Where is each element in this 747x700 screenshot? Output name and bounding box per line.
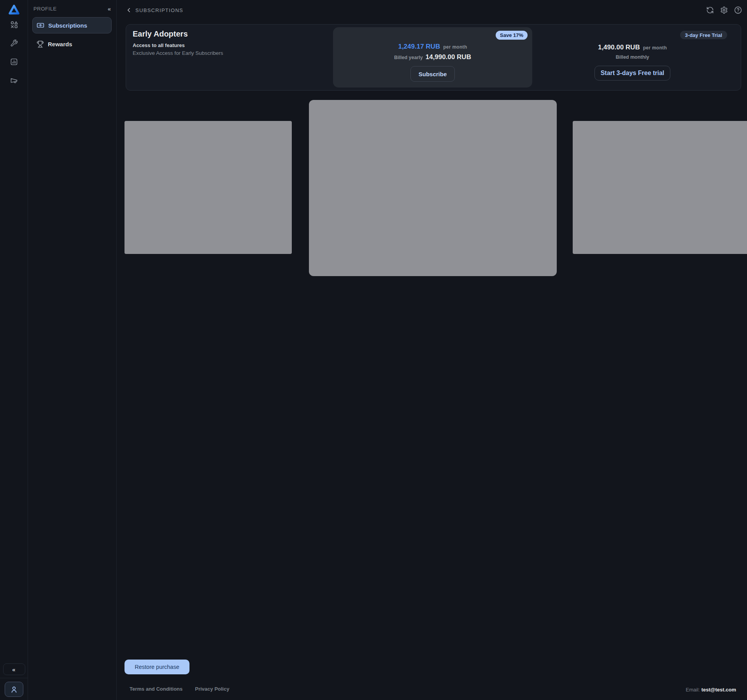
rail-bottom: « xyxy=(0,663,28,700)
yearly-price: 1,249.17 RUB xyxy=(398,43,440,51)
brand-triangle-icon xyxy=(8,4,20,16)
settings-gear-icon xyxy=(720,6,728,14)
help-button[interactable] xyxy=(733,5,743,15)
megaphone-icon[interactable] xyxy=(7,74,21,88)
billed-monthly-label: Billed monthly xyxy=(615,54,649,60)
start-free-trial-button[interactable]: Start 3-days Free trial xyxy=(594,66,670,80)
trophy-icon xyxy=(37,40,44,48)
app-window: « PROFILE « Subscriptions xyxy=(0,0,747,700)
account-email: Email:test@test.com xyxy=(686,687,736,693)
refresh-button[interactable] xyxy=(705,5,715,15)
carousel-slide-next[interactable] xyxy=(573,121,747,254)
free-trial-badge: 3-day Free Trial xyxy=(680,31,727,39)
wrench-icon[interactable] xyxy=(7,36,21,50)
plan-feature-primary: Access to all features xyxy=(133,42,223,48)
terms-link[interactable]: Terms and Conditions xyxy=(130,686,182,692)
monthly-price: 1,490.00 RUB xyxy=(598,44,640,51)
main-content: SUBSCRIPTIONS xyxy=(117,0,747,700)
monthly-plan-group: 1,490.00 RUB per month Billed monthly St… xyxy=(594,24,670,80)
carousel-slide-previous[interactable] xyxy=(124,121,292,254)
page-title: SUBSCRIPTIONS xyxy=(135,7,183,13)
topbar-actions xyxy=(705,5,743,15)
chevron-left-icon xyxy=(125,7,132,14)
sidebar-item-label: Subscriptions xyxy=(48,22,87,29)
sidebar-item-subscriptions[interactable]: Subscriptions xyxy=(32,17,112,33)
yearly-per-label: per month xyxy=(443,44,467,50)
topbar: SUBSCRIPTIONS xyxy=(117,0,747,20)
carousel-slide-current[interactable] xyxy=(309,100,557,276)
person-icon xyxy=(10,686,18,693)
footer-links: Terms and Conditions Privacy Policy xyxy=(130,686,229,692)
sidebar-item-rewards[interactable]: Rewards xyxy=(32,36,112,52)
refresh-icon xyxy=(706,6,714,14)
collapse-chevrons-icon: « xyxy=(12,666,16,673)
rail-collapse-button[interactable]: « xyxy=(3,663,25,675)
restore-purchase-button[interactable]: Restore purchase xyxy=(124,660,189,674)
email-label: Email: xyxy=(686,687,700,693)
sidebar-title: PROFILE xyxy=(33,6,57,12)
monthly-per-label: per month xyxy=(643,45,667,51)
yearly-plan-box: Save 17% 1,249.17 RUB per month Billed y… xyxy=(333,27,532,88)
rail-nav xyxy=(0,18,28,88)
billed-yearly-label: Billed yearly xyxy=(394,55,423,60)
plan-info: Early Adopters Access to all features Ex… xyxy=(133,30,223,56)
bar-chart-icon[interactable] xyxy=(7,55,21,69)
app-logo[interactable] xyxy=(0,3,28,17)
save-badge: Save 17% xyxy=(496,31,528,40)
plan-feature-secondary: Exclusive Access for Early Subscribers xyxy=(133,50,223,56)
privacy-link[interactable]: Privacy Policy xyxy=(195,686,229,692)
subscribe-button[interactable]: Subscribe xyxy=(410,66,455,82)
banknote-icon xyxy=(37,21,44,29)
subscription-plan-card: Early Adopters Access to all features Ex… xyxy=(126,24,741,91)
email-value: test@test.com xyxy=(701,687,736,693)
sidebar-item-label: Rewards xyxy=(48,41,72,47)
monthly-price-row: 1,490.00 RUB per month xyxy=(594,44,670,51)
monthly-billed-row: Billed monthly xyxy=(594,54,670,60)
plan-title: Early Adopters xyxy=(133,30,223,38)
yearly-price-row: 1,249.17 RUB per month xyxy=(333,43,532,51)
settings-button[interactable] xyxy=(719,5,729,15)
rail-divider xyxy=(0,678,28,678)
back-button[interactable] xyxy=(124,6,133,14)
sidebar-panel: PROFILE « Subscriptions Rewards xyxy=(28,0,117,700)
games-shapes-icon[interactable] xyxy=(7,18,21,32)
help-icon xyxy=(734,6,742,14)
sidebar-header: PROFILE « xyxy=(28,0,116,17)
yearly-total-price: 14,990.00 RUB xyxy=(426,53,471,61)
sidebar-collapse-icon[interactable]: « xyxy=(108,5,111,12)
yearly-billed-row: Billed yearly 14,990.00 RUB xyxy=(333,53,532,61)
profile-account-button[interactable] xyxy=(5,682,23,697)
icon-rail: « xyxy=(0,0,28,700)
